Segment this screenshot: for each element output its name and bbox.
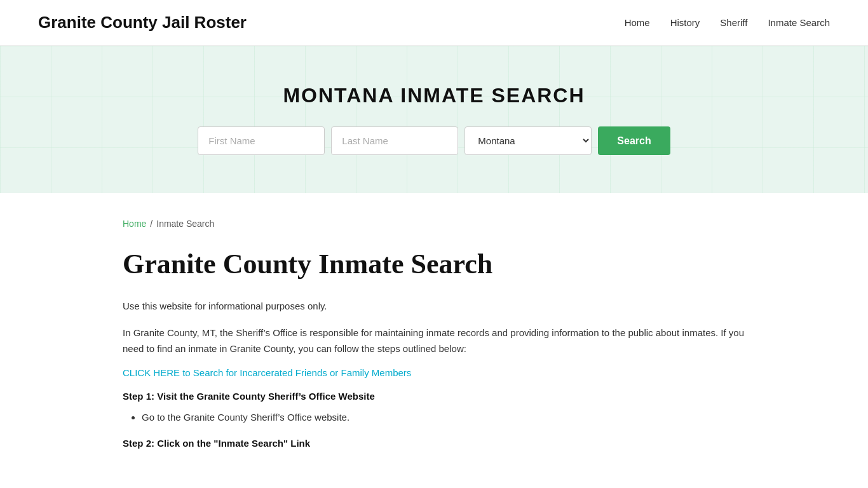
main-content: Home / Inmate Search Granite County Inma…	[85, 193, 783, 488]
nav-sheriff[interactable]: Sheriff	[720, 17, 747, 28]
main-nav: Home History Sheriff Inmate Search	[625, 17, 830, 28]
step1-list-item: Go to the Granite County Sheriff’s Offic…	[142, 409, 745, 426]
state-select[interactable]: MontanaAlabamaAlaskaArizonaArkansasCalif…	[465, 126, 592, 155]
last-name-input[interactable]	[331, 126, 458, 155]
breadcrumb-separator: /	[150, 219, 153, 229]
breadcrumb-home-link[interactable]: Home	[123, 219, 146, 229]
intro-paragraph-2: In Granite County, MT, the Sheriff’s Off…	[123, 325, 745, 357]
search-button[interactable]: Search	[598, 126, 670, 155]
breadcrumb-current: Inmate Search	[156, 219, 214, 229]
search-banner: MONTANA INMATE SEARCH MontanaAlabamaAlas…	[0, 46, 868, 193]
banner-title: MONTANA INMATE SEARCH	[13, 84, 855, 107]
breadcrumb: Home / Inmate Search	[123, 219, 745, 229]
page-title: Granite County Inmate Search	[123, 248, 745, 280]
site-header: Granite County Jail Roster Home History …	[0, 0, 868, 46]
nav-inmate-search[interactable]: Inmate Search	[768, 17, 830, 28]
nav-history[interactable]: History	[670, 17, 700, 28]
inmate-search-form: MontanaAlabamaAlaskaArizonaArkansasCalif…	[13, 126, 855, 155]
step1-list: Go to the Granite County Sheriff’s Offic…	[142, 409, 745, 426]
intro-paragraph-1: Use this website for informational purpo…	[123, 298, 745, 315]
first-name-input[interactable]	[198, 126, 325, 155]
nav-home[interactable]: Home	[625, 17, 650, 28]
step1-heading: Step 1: Visit the Granite County Sheriff…	[123, 391, 745, 402]
site-title-link[interactable]: Granite County Jail Roster	[38, 13, 247, 32]
step2-heading: Step 2: Click on the "Inmate Search" Lin…	[123, 438, 745, 449]
click-here-link[interactable]: CLICK HERE to Search for Incarcerated Fr…	[123, 367, 745, 378]
